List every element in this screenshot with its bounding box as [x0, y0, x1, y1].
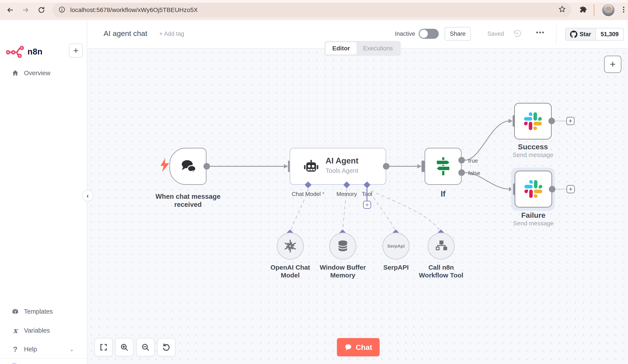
serpapi-logo-text: SerpApi — [387, 243, 405, 249]
node-openai-chat-model[interactable] — [277, 232, 304, 260]
zoom-in-icon — [120, 343, 128, 351]
serpapi-node-label: SerpAPI — [370, 264, 422, 271]
github-star-label: Star — [580, 31, 591, 38]
chat-button-label: Chat — [356, 343, 372, 352]
if-false-label: false — [468, 170, 480, 177]
node-window-buffer-memory[interactable] — [329, 232, 356, 260]
sidebar-item-variables[interactable]: x Variables — [0, 323, 87, 337]
trigger-bolt-icon — [159, 158, 170, 172]
agent-title: AI Agent — [325, 156, 358, 165]
trigger-output-port[interactable] — [203, 163, 210, 170]
workflow-more-icon[interactable]: ••• — [536, 29, 545, 36]
add-tool-button[interactable]: + — [363, 201, 371, 209]
header-divider — [556, 24, 556, 44]
variable-x-icon: x — [11, 326, 19, 335]
n8n-logo-text: n8n — [27, 47, 43, 57]
browser-menu-icon[interactable] — [620, 6, 628, 14]
n8n-logo[interactable]: n8n — [6, 44, 43, 59]
active-toggle[interactable] — [419, 29, 439, 39]
github-star-count[interactable]: 51,309 — [596, 28, 624, 41]
browser-forward-icon[interactable] — [21, 5, 30, 15]
tab-executions[interactable]: Executions — [357, 42, 399, 55]
chrome-divider — [594, 4, 595, 16]
site-info-icon[interactable] — [58, 6, 65, 14]
agent-chat-model-label: Chat Model * — [280, 191, 336, 198]
node-success-slack[interactable] — [514, 103, 552, 140]
failure-output-port[interactable] — [549, 186, 555, 192]
sidebar-item-label: Variables — [24, 327, 50, 334]
zoom-out-button[interactable] — [136, 338, 155, 356]
slack-icon — [524, 112, 542, 130]
node-serpapi[interactable]: SerpApi — [383, 232, 409, 260]
fit-view-icon — [99, 343, 108, 351]
box-icon — [11, 308, 19, 315]
address-bar[interactable]: localhost:5678/workflow/xWy6Oj5TBEUHzo5X — [52, 3, 571, 17]
sidebar-item-label: Templates — [24, 308, 53, 315]
sidebar-item-templates[interactable]: Templates — [0, 304, 87, 318]
node-call-n8n-workflow-tool[interactable] — [428, 232, 455, 260]
chat-button[interactable]: Chat — [337, 338, 380, 356]
openai-icon — [283, 239, 298, 253]
sidebar-divider — [0, 358, 87, 359]
reset-view-button[interactable] — [157, 338, 175, 356]
chat-bubbles-icon — [180, 159, 197, 174]
sitemap-icon — [435, 239, 448, 253]
sidebar-item-overview[interactable]: Overview — [0, 66, 87, 80]
openai-node-label: OpenAI Chat Model — [264, 264, 316, 279]
node-failure-slack[interactable] — [515, 171, 552, 208]
required-asterisk: * — [322, 191, 324, 197]
failure-node-subtitle: Send message — [507, 220, 559, 227]
if-true-output-port[interactable] — [458, 157, 465, 163]
success-node-label: Success — [511, 143, 555, 151]
fit-view-button[interactable] — [94, 338, 113, 356]
browser-tab-strip — [0, 0, 628, 2]
undo-rotate-icon — [162, 343, 171, 352]
tab-editor[interactable]: Editor — [326, 42, 357, 55]
sidebar: n8n + Overview Templates x Variables ? H… — [0, 20, 87, 364]
failure-node-label: Failure — [512, 211, 555, 219]
github-star-widget[interactable]: Star 51,309 — [565, 28, 624, 41]
if-false-output-port[interactable] — [458, 169, 465, 176]
bookmark-star-icon[interactable] — [558, 5, 566, 14]
zoom-out-icon — [141, 343, 150, 351]
status-label: Inactive — [395, 30, 415, 37]
canvas-add-node-button[interactable]: + — [604, 56, 622, 73]
share-button[interactable]: Share — [445, 27, 471, 41]
history-icon[interactable] — [512, 29, 522, 39]
success-add-node-button[interactable]: + — [566, 117, 575, 125]
agent-memory-label: Memory — [331, 191, 362, 198]
url-text[interactable]: localhost:5678/workflow/xWy6Oj5TBEUHzo5X — [70, 6, 198, 13]
home-icon — [11, 69, 19, 77]
question-icon: ? — [11, 345, 19, 354]
chat-model-text: Chat Model — [292, 191, 321, 197]
workflow-tool-node-label: Call n8n Workflow Tool — [415, 264, 467, 279]
chat-bubble-icon — [344, 344, 352, 351]
sidebar-collapse-button[interactable]: ‹ — [82, 190, 93, 201]
database-icon — [336, 239, 349, 253]
agent-tool-label: Tool — [358, 191, 376, 198]
failure-add-node-button[interactable]: + — [566, 185, 575, 193]
node-if[interactable] — [425, 148, 462, 185]
robot-icon — [303, 159, 319, 175]
success-output-port[interactable] — [549, 118, 555, 124]
new-workflow-button[interactable]: + — [69, 44, 83, 58]
github-star-button[interactable]: Star — [565, 28, 596, 41]
workflow-canvas[interactable]: When chat message received AI Agent Tool… — [87, 49, 628, 364]
workflow-title[interactable]: AI agent chat — [104, 29, 147, 38]
node-ai-agent[interactable]: AI Agent Tools Agent — [290, 148, 386, 185]
signpost-icon — [434, 156, 453, 176]
agent-output-port[interactable] — [383, 163, 390, 170]
zoom-in-button[interactable] — [115, 338, 134, 356]
browser-back-icon[interactable] — [5, 5, 15, 15]
sidebar-item-label: Overview — [24, 70, 50, 77]
browser-profile-avatar[interactable] — [602, 4, 615, 16]
node-chat-trigger[interactable] — [169, 148, 207, 185]
browser-reload-icon[interactable] — [37, 5, 46, 15]
extensions-icon[interactable] — [578, 5, 587, 15]
n8n-app: n8n + Overview Templates x Variables ? H… — [0, 20, 628, 364]
sidebar-item-help[interactable]: ? Help ⌄ — [0, 342, 87, 356]
if-input-port[interactable] — [421, 161, 425, 172]
add-tag-button[interactable]: + Add tag — [159, 30, 184, 37]
slack-icon — [524, 180, 542, 198]
if-true-label: true — [468, 157, 478, 164]
